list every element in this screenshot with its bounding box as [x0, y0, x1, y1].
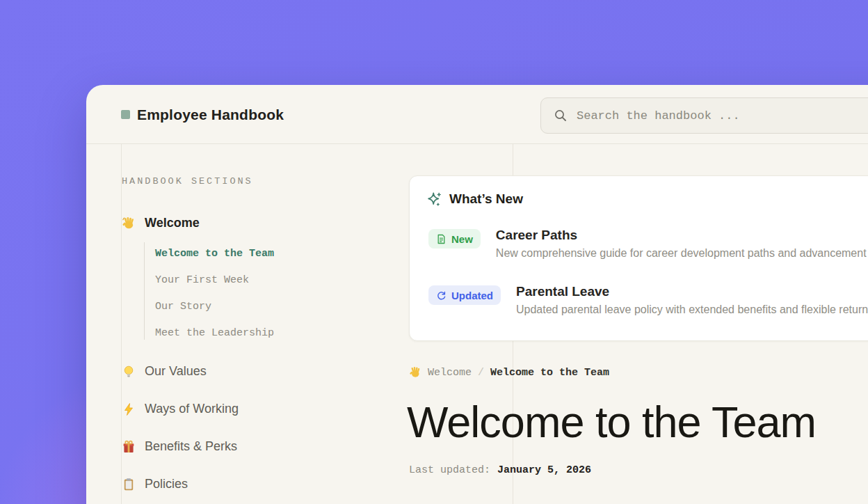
breadcrumb-current-page: Welcome to the Team: [490, 367, 609, 379]
sidebar-item-our-values[interactable]: Our Values: [122, 364, 207, 379]
sidebar-item-welcome[interactable]: Welcome: [122, 216, 200, 230]
last-updated: Last updated: January 5, 2026: [409, 464, 591, 476]
whats-new-item-description: Updated parental leave policy with exten…: [516, 304, 868, 316]
sidebar-heading: HANDBOOK SECTIONS: [122, 176, 253, 187]
whats-new-item-title: Career Paths: [496, 228, 867, 243]
whats-new-item-description: New comprehensive guide for career devel…: [496, 247, 867, 260]
sidebar-item-label: Our Values: [145, 364, 207, 379]
lightning-icon: [122, 402, 136, 416]
sidebar-item-label: Ways of Working: [145, 402, 239, 416]
sidebar-item-ways-of-working[interactable]: Ways of Working: [122, 402, 239, 416]
new-badge: New: [428, 229, 481, 249]
whats-new-item-career-paths[interactable]: New Career Paths New comprehensive guide…: [428, 228, 867, 260]
sidebar-item-benefits-perks[interactable]: Benefits & Perks: [122, 439, 237, 454]
updated-badge-label: Updated: [451, 290, 493, 301]
lightbulb-icon: [122, 365, 136, 379]
logo-square-icon: [121, 110, 130, 119]
last-updated-value: January 5, 2026: [497, 464, 591, 476]
app-window: Employee Handbook HANDBOOK SECTIONS: [86, 85, 868, 504]
brand: Employee Handbook: [121, 85, 284, 144]
document-icon: [436, 234, 447, 244]
whats-new-item-title: Parental Leave: [516, 284, 868, 299]
search-input[interactable]: [577, 109, 868, 123]
sidebar-item-label: Welcome: [145, 216, 200, 230]
wave-icon: [409, 366, 421, 379]
header: Employee Handbook: [86, 85, 868, 144]
page-title: Welcome to the Team: [407, 400, 816, 444]
wave-icon: [122, 216, 136, 230]
subnav-item-welcome-to-the-team[interactable]: Welcome to the Team: [155, 248, 274, 260]
subnav-indent-rule: [144, 242, 145, 340]
app-title: Employee Handbook: [137, 107, 284, 123]
clipboard-icon: [122, 478, 136, 491]
subnav-item-our-story[interactable]: Our Story: [155, 301, 211, 313]
updated-badge: Updated: [428, 285, 501, 305]
subnav-item-your-first-week[interactable]: Your First Week: [155, 274, 249, 286]
sidebar-item-label: Benefits & Perks: [145, 439, 237, 454]
sidebar-item-policies[interactable]: Policies: [122, 477, 188, 491]
new-badge-label: New: [451, 233, 473, 245]
breadcrumb: Welcome / Welcome to the Team: [409, 366, 609, 379]
search-box[interactable]: [540, 97, 868, 134]
sparkle-icon: [426, 191, 442, 207]
refresh-icon: [436, 290, 447, 301]
whats-new-item-parental-leave[interactable]: Updated Parental Leave Updated parental …: [428, 284, 868, 316]
gift-icon: [122, 440, 136, 454]
last-updated-label: Last updated:: [409, 464, 490, 476]
sidebar-item-label: Policies: [145, 477, 188, 491]
subnav-item-meet-the-leadership[interactable]: Meet the Leadership: [155, 327, 274, 339]
breadcrumb-section-link[interactable]: Welcome: [428, 367, 472, 379]
whats-new-card: What’s New New Career Paths New comprehe…: [409, 175, 868, 341]
whats-new-header: What’s New: [426, 191, 523, 207]
search-icon: [554, 109, 568, 123]
whats-new-title: What’s New: [449, 191, 523, 207]
breadcrumb-separator: /: [478, 367, 484, 379]
